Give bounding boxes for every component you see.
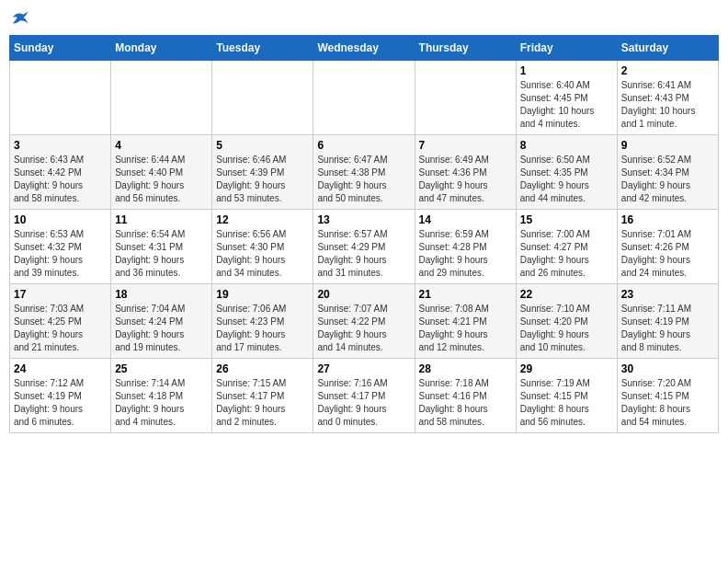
day-number: 24 bbox=[14, 362, 107, 375]
day-number: 8 bbox=[520, 139, 613, 152]
day-info: Sunrise: 7:18 AM Sunset: 4:16 PM Dayligh… bbox=[419, 377, 512, 429]
day-info: Sunrise: 6:47 AM Sunset: 4:38 PM Dayligh… bbox=[317, 154, 410, 205]
day-info: Sunrise: 7:01 AM Sunset: 4:26 PM Dayligh… bbox=[621, 228, 714, 280]
day-number: 6 bbox=[317, 139, 410, 152]
day-number: 28 bbox=[419, 362, 512, 375]
calendar-cell: 5Sunrise: 6:46 AM Sunset: 4:39 PM Daylig… bbox=[212, 135, 313, 210]
day-number: 3 bbox=[14, 139, 107, 152]
day-info: Sunrise: 7:06 AM Sunset: 4:23 PM Dayligh… bbox=[216, 303, 309, 354]
day-info: Sunrise: 7:15 AM Sunset: 4:17 PM Dayligh… bbox=[216, 377, 309, 429]
calendar-cell: 2Sunrise: 6:41 AM Sunset: 4:43 PM Daylig… bbox=[617, 61, 718, 135]
day-number: 2 bbox=[621, 64, 714, 77]
day-number: 17 bbox=[14, 288, 107, 301]
day-number: 29 bbox=[520, 362, 613, 375]
day-info: Sunrise: 7:03 AM Sunset: 4:25 PM Dayligh… bbox=[14, 303, 107, 354]
calendar-row: 3Sunrise: 6:43 AM Sunset: 4:42 PM Daylig… bbox=[10, 135, 719, 210]
calendar-cell: 1Sunrise: 6:40 AM Sunset: 4:45 PM Daylig… bbox=[516, 61, 617, 135]
day-number: 21 bbox=[419, 288, 512, 301]
calendar-row: 1Sunrise: 6:40 AM Sunset: 4:45 PM Daylig… bbox=[10, 61, 719, 135]
day-info: Sunrise: 6:57 AM Sunset: 4:29 PM Dayligh… bbox=[317, 228, 410, 280]
day-number: 23 bbox=[621, 288, 714, 301]
day-info: Sunrise: 6:54 AM Sunset: 4:31 PM Dayligh… bbox=[115, 228, 208, 280]
day-info: Sunrise: 6:59 AM Sunset: 4:28 PM Dayligh… bbox=[419, 228, 512, 280]
day-info: Sunrise: 6:50 AM Sunset: 4:35 PM Dayligh… bbox=[520, 154, 613, 205]
day-info: Sunrise: 6:43 AM Sunset: 4:42 PM Dayligh… bbox=[14, 154, 107, 205]
calendar-cell: 13Sunrise: 6:57 AM Sunset: 4:29 PM Dayli… bbox=[313, 210, 415, 284]
day-info: Sunrise: 6:40 AM Sunset: 4:45 PM Dayligh… bbox=[520, 79, 613, 131]
day-info: Sunrise: 6:49 AM Sunset: 4:36 PM Dayligh… bbox=[419, 154, 512, 205]
calendar-cell: 18Sunrise: 7:04 AM Sunset: 4:24 PM Dayli… bbox=[111, 284, 212, 359]
calendar-cell: 20Sunrise: 7:07 AM Sunset: 4:22 PM Dayli… bbox=[313, 284, 415, 359]
calendar-header-saturday: Saturday bbox=[617, 36, 718, 61]
day-info: Sunrise: 7:08 AM Sunset: 4:21 PM Dayligh… bbox=[419, 303, 512, 354]
day-info: Sunrise: 7:04 AM Sunset: 4:24 PM Dayligh… bbox=[115, 303, 208, 354]
day-info: Sunrise: 6:53 AM Sunset: 4:32 PM Dayligh… bbox=[14, 228, 107, 280]
day-number: 5 bbox=[216, 139, 309, 152]
calendar-cell: 25Sunrise: 7:14 AM Sunset: 4:18 PM Dayli… bbox=[111, 359, 212, 433]
day-number: 13 bbox=[317, 213, 410, 226]
day-number: 4 bbox=[115, 139, 208, 152]
page-header bbox=[9, 9, 719, 26]
calendar-cell bbox=[212, 61, 313, 135]
day-info: Sunrise: 7:19 AM Sunset: 4:15 PM Dayligh… bbox=[520, 377, 613, 429]
calendar-cell: 27Sunrise: 7:16 AM Sunset: 4:17 PM Dayli… bbox=[313, 359, 415, 433]
calendar-header-friday: Friday bbox=[516, 36, 617, 61]
calendar-cell: 14Sunrise: 6:59 AM Sunset: 4:28 PM Dayli… bbox=[415, 210, 516, 284]
calendar-cell: 6Sunrise: 6:47 AM Sunset: 4:38 PM Daylig… bbox=[313, 135, 415, 210]
day-info: Sunrise: 7:00 AM Sunset: 4:27 PM Dayligh… bbox=[520, 228, 613, 280]
day-number: 14 bbox=[419, 213, 512, 226]
logo-bird-icon bbox=[11, 9, 29, 26]
calendar-cell: 23Sunrise: 7:11 AM Sunset: 4:19 PM Dayli… bbox=[617, 284, 718, 359]
day-number: 30 bbox=[621, 362, 714, 375]
day-number: 25 bbox=[115, 362, 208, 375]
calendar-header-wednesday: Wednesday bbox=[313, 36, 415, 61]
calendar-cell: 12Sunrise: 6:56 AM Sunset: 4:30 PM Dayli… bbox=[212, 210, 313, 284]
calendar-table: SundayMondayTuesdayWednesdayThursdayFrid… bbox=[9, 35, 719, 433]
calendar-row: 10Sunrise: 6:53 AM Sunset: 4:32 PM Dayli… bbox=[10, 210, 719, 284]
calendar-cell: 21Sunrise: 7:08 AM Sunset: 4:21 PM Dayli… bbox=[415, 284, 516, 359]
calendar-cell: 30Sunrise: 7:20 AM Sunset: 4:15 PM Dayli… bbox=[617, 359, 718, 433]
calendar-header-row: SundayMondayTuesdayWednesdayThursdayFrid… bbox=[10, 36, 719, 61]
day-info: Sunrise: 6:56 AM Sunset: 4:30 PM Dayligh… bbox=[216, 228, 309, 280]
calendar-cell bbox=[415, 61, 516, 135]
day-number: 12 bbox=[216, 213, 309, 226]
day-number: 11 bbox=[115, 213, 208, 226]
day-number: 18 bbox=[115, 288, 208, 301]
calendar-cell bbox=[10, 61, 111, 135]
calendar-header-monday: Monday bbox=[111, 36, 212, 61]
calendar-header-sunday: Sunday bbox=[10, 36, 111, 61]
day-number: 16 bbox=[621, 213, 714, 226]
day-info: Sunrise: 6:52 AM Sunset: 4:34 PM Dayligh… bbox=[621, 154, 714, 205]
calendar-cell: 7Sunrise: 6:49 AM Sunset: 4:36 PM Daylig… bbox=[415, 135, 516, 210]
calendar-cell bbox=[313, 61, 415, 135]
calendar-cell: 15Sunrise: 7:00 AM Sunset: 4:27 PM Dayli… bbox=[516, 210, 617, 284]
calendar-row: 24Sunrise: 7:12 AM Sunset: 4:19 PM Dayli… bbox=[10, 359, 719, 433]
logo-text bbox=[9, 9, 29, 26]
calendar-cell: 4Sunrise: 6:44 AM Sunset: 4:40 PM Daylig… bbox=[111, 135, 212, 210]
day-number: 19 bbox=[216, 288, 309, 301]
day-info: Sunrise: 7:11 AM Sunset: 4:19 PM Dayligh… bbox=[621, 303, 714, 354]
calendar-cell: 17Sunrise: 7:03 AM Sunset: 4:25 PM Dayli… bbox=[10, 284, 111, 359]
calendar-row: 17Sunrise: 7:03 AM Sunset: 4:25 PM Dayli… bbox=[10, 284, 719, 359]
day-info: Sunrise: 7:14 AM Sunset: 4:18 PM Dayligh… bbox=[115, 377, 208, 429]
day-info: Sunrise: 7:12 AM Sunset: 4:19 PM Dayligh… bbox=[14, 377, 107, 429]
calendar-cell: 29Sunrise: 7:19 AM Sunset: 4:15 PM Dayli… bbox=[516, 359, 617, 433]
logo bbox=[9, 9, 29, 26]
calendar-cell: 8Sunrise: 6:50 AM Sunset: 4:35 PM Daylig… bbox=[516, 135, 617, 210]
calendar-header-tuesday: Tuesday bbox=[212, 36, 313, 61]
calendar-cell: 16Sunrise: 7:01 AM Sunset: 4:26 PM Dayli… bbox=[617, 210, 718, 284]
calendar-cell bbox=[111, 61, 212, 135]
calendar-header-thursday: Thursday bbox=[415, 36, 516, 61]
day-number: 10 bbox=[14, 213, 107, 226]
day-number: 1 bbox=[520, 64, 613, 77]
day-number: 7 bbox=[419, 139, 512, 152]
day-info: Sunrise: 7:10 AM Sunset: 4:20 PM Dayligh… bbox=[520, 303, 613, 354]
day-info: Sunrise: 7:07 AM Sunset: 4:22 PM Dayligh… bbox=[317, 303, 410, 354]
day-info: Sunrise: 7:20 AM Sunset: 4:15 PM Dayligh… bbox=[621, 377, 714, 429]
day-number: 9 bbox=[621, 139, 714, 152]
day-number: 26 bbox=[216, 362, 309, 375]
calendar-cell: 24Sunrise: 7:12 AM Sunset: 4:19 PM Dayli… bbox=[10, 359, 111, 433]
calendar-cell: 10Sunrise: 6:53 AM Sunset: 4:32 PM Dayli… bbox=[10, 210, 111, 284]
calendar-cell: 11Sunrise: 6:54 AM Sunset: 4:31 PM Dayli… bbox=[111, 210, 212, 284]
calendar-cell: 9Sunrise: 6:52 AM Sunset: 4:34 PM Daylig… bbox=[617, 135, 718, 210]
